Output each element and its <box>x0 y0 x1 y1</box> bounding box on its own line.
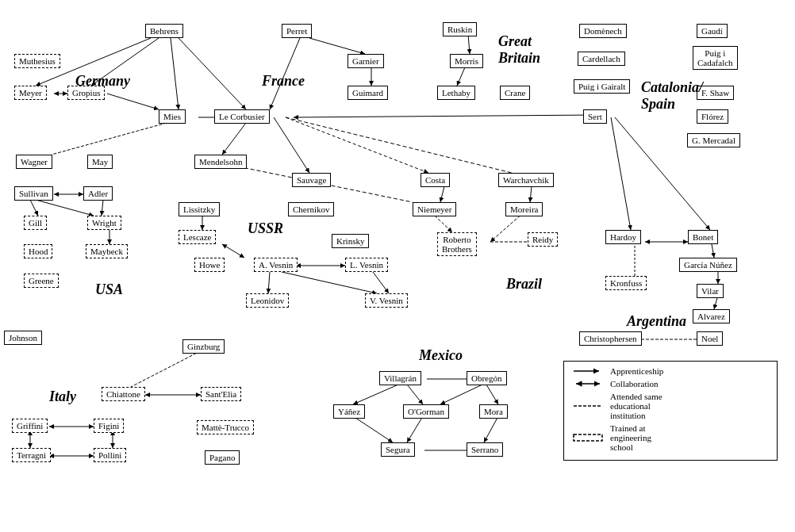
node-roberto_brothers: RobertoBrothers <box>437 232 477 256</box>
node-obregon: Obregón <box>467 371 507 385</box>
svg-line-18 <box>30 200 38 216</box>
node-sert: Sert <box>583 109 607 124</box>
node-morris: Morris <box>450 54 483 68</box>
node-puig_gairalt: Puig i Gairalt <box>574 79 630 94</box>
node-greene: Greene <box>24 274 59 288</box>
node-ogorman: O'Gorman <box>403 404 449 419</box>
node-howe: Howe <box>194 258 225 272</box>
node-pollini: Pollini <box>94 448 126 462</box>
svg-line-29 <box>490 212 524 242</box>
node-ruskin: Ruskin <box>443 22 477 36</box>
node-wagner: Wagner <box>16 155 52 169</box>
region-catalonia--spain: Catalonia/Spain <box>641 79 703 113</box>
node-sauvage: Sauvage <box>292 173 331 187</box>
region-ussr: USSR <box>248 220 283 237</box>
svg-line-13 <box>468 34 470 54</box>
node-yanez: Yáñez <box>333 404 365 419</box>
svg-line-28 <box>435 216 452 232</box>
svg-line-45 <box>486 385 498 404</box>
node-pagano: Pagano <box>205 450 240 465</box>
node-bonet: Bonet <box>688 230 718 244</box>
svg-line-50 <box>484 416 498 442</box>
svg-line-3 <box>179 38 246 109</box>
legend-item-arrow-solid: Apprenticeship <box>572 366 769 376</box>
svg-line-52 <box>286 117 512 173</box>
svg-line-55 <box>294 115 595 117</box>
legend-item-line-dashed-thin: Attended sameeducationalinstitution <box>572 392 769 420</box>
svg-line-43 <box>353 385 398 404</box>
node-chiattone: Chiattone <box>102 387 145 401</box>
node-crane: Crane <box>500 86 530 100</box>
node-hardoy: Hardoy <box>605 230 641 244</box>
svg-line-8 <box>309 38 365 54</box>
node-niemeyer: Niemeyer <box>413 202 456 216</box>
node-vvesnin: V. Vesnin <box>365 293 408 308</box>
svg-line-27 <box>530 186 532 202</box>
node-hood: Hood <box>24 244 52 258</box>
svg-line-14 <box>457 67 465 86</box>
legend-label-line-dashed-thick: Trained atengineeringschool <box>610 423 651 452</box>
node-guimard: Guimard <box>348 86 388 100</box>
node-krinsky: Krinsky <box>332 234 369 248</box>
legend-label-arrow-solid: Apprenticeship <box>610 366 663 376</box>
node-johnson: Johnson <box>4 331 42 345</box>
node-sullivan: Sullivan <box>14 186 53 201</box>
node-terragni: Terragni <box>12 448 51 462</box>
region-brazil: Brazil <box>506 276 542 293</box>
node-ginzburg: Ginzburg <box>182 339 225 354</box>
region-argentina: Argentina <box>627 313 686 330</box>
node-lethaby: Lethaby <box>437 86 475 100</box>
node-lecorbusier: Le Corbusier <box>214 109 270 124</box>
svg-line-0 <box>171 38 179 109</box>
node-alvarez: Alvarez <box>693 309 730 323</box>
node-leonidov: Leonidov <box>246 293 289 308</box>
legend: ApprenticeshipCollaborationAttended same… <box>563 361 778 461</box>
svg-line-23 <box>282 272 377 293</box>
node-cardellach: Cardellach <box>578 52 625 66</box>
node-muthesius: Muthesius <box>14 54 60 68</box>
node-garcia_nunez: García Núñez <box>679 258 737 272</box>
svg-line-5 <box>107 94 159 109</box>
node-meyer: Meyer <box>14 86 47 100</box>
node-wright: Wright <box>87 216 121 230</box>
svg-line-21 <box>222 244 244 258</box>
node-chernikov: Chernikov <box>288 202 334 216</box>
region-germany: Germany <box>75 73 130 90</box>
svg-line-12 <box>286 117 428 173</box>
svg-line-17 <box>102 200 103 216</box>
node-segura: Segura <box>381 442 415 457</box>
node-mattie_trucco: Mattè-Trucco <box>197 420 254 434</box>
node-behrens: Behrens <box>145 24 183 38</box>
svg-line-34 <box>712 244 714 258</box>
node-gaudi: Gaudí <box>697 24 728 38</box>
node-moreira: Moreira <box>505 202 543 216</box>
node-lescaze: Lescaze <box>179 230 216 244</box>
legend-item-arrow-double: Collaboration <box>572 379 769 388</box>
svg-line-54 <box>131 349 205 387</box>
node-vilar: Vilar <box>697 284 724 298</box>
region-italy: Italy <box>49 388 76 405</box>
node-serrano: Serrano <box>467 442 503 457</box>
svg-line-26 <box>440 186 444 202</box>
node-figini: Figini <box>94 419 124 433</box>
node-santelia: Sant'Elia <box>201 387 241 401</box>
region-france: France <box>262 73 305 90</box>
svg-line-49 <box>407 416 423 442</box>
node-maybeck: Maybeck <box>86 244 128 258</box>
svg-line-46 <box>440 385 482 404</box>
node-adler: Adler <box>83 186 113 201</box>
node-gill: Gill <box>24 216 47 230</box>
node-costa: Costa <box>421 173 450 187</box>
node-domènech: Domènech <box>579 24 627 38</box>
node-puig_cadafalch: Puig iCadafalch <box>693 46 738 70</box>
region-great-britain: GreatBritain <box>498 33 540 67</box>
svg-line-44 <box>407 385 423 404</box>
svg-line-31 <box>611 117 631 230</box>
legend-item-line-dashed-thick: Trained atengineeringschool <box>572 423 769 452</box>
svg-rect-61 <box>574 434 602 441</box>
svg-line-56 <box>52 123 167 155</box>
node-avesnin: A. Vesnin <box>254 258 298 272</box>
node-warchavchik: Warchavchik <box>498 173 554 187</box>
node-mendelsohn: Mendelsohn <box>194 155 247 169</box>
svg-line-24 <box>373 272 389 293</box>
